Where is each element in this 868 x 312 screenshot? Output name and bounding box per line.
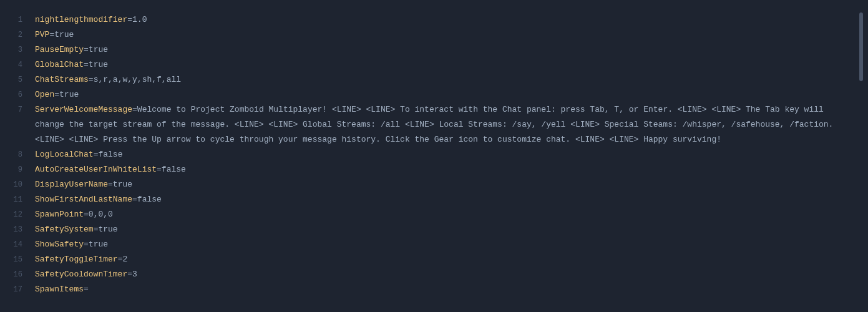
config-key: SafetySystem <box>35 225 94 234</box>
code-line[interactable]: 2PVP=true <box>0 27 859 42</box>
line-number: 13 <box>0 222 35 237</box>
code-line[interactable]: 10DisplayUserName=true <box>0 177 859 192</box>
line-content: ChatStreams=s,r,a,w,y,sh,f,all <box>35 72 859 87</box>
config-key: ShowFirstAndLastName <box>35 195 132 204</box>
equals-sign: = <box>84 60 89 69</box>
line-number: 7 <box>0 102 35 117</box>
code-line[interactable]: 18DefaultPort=16261 <box>0 297 859 300</box>
line-content: SafetyCooldownTimer=3 <box>35 267 859 282</box>
line-number: 3 <box>0 42 35 57</box>
code-editor: 1nightlengthmodifier=1.02PVP=true3PauseE… <box>0 0 868 312</box>
line-content: SafetyToggleTimer=2 <box>35 252 859 267</box>
line-number: 11 <box>0 192 35 207</box>
config-value: 3 <box>132 270 137 279</box>
config-value: true <box>89 45 108 54</box>
line-number: 12 <box>0 207 35 222</box>
code-block[interactable]: 1nightlengthmodifier=1.02PVP=true3PauseE… <box>0 12 868 300</box>
code-line[interactable]: 8LogLocalChat=false <box>0 147 859 162</box>
equals-sign: = <box>132 105 137 114</box>
equals-sign: = <box>54 90 59 99</box>
code-line[interactable]: 4GlobalChat=true <box>0 57 859 72</box>
config-key: PauseEmpty <box>35 45 84 54</box>
line-content: GlobalChat=true <box>35 57 859 72</box>
code-line[interactable]: 6Open=true <box>0 87 859 102</box>
equals-sign: = <box>157 165 162 174</box>
scrollbar-thumb[interactable] <box>859 12 863 81</box>
config-value: false <box>162 165 186 174</box>
line-number: 17 <box>0 282 35 297</box>
config-value: Welcome to Project Zomboid Multiplayer! … <box>35 105 838 144</box>
line-content: Open=true <box>35 87 859 102</box>
line-content: SpawnItems= <box>35 282 859 297</box>
config-key: AutoCreateUserInWhiteList <box>35 165 157 174</box>
equals-sign: = <box>127 15 132 24</box>
line-content: PVP=true <box>35 27 859 42</box>
config-value: 2 <box>122 255 127 264</box>
line-content: DisplayUserName=true <box>35 177 859 192</box>
config-value: true <box>89 240 108 249</box>
line-number: 10 <box>0 177 35 192</box>
code-line[interactable]: 1nightlengthmodifier=1.0 <box>0 12 859 27</box>
line-content: DefaultPort=16261 <box>35 297 859 300</box>
line-content: nightlengthmodifier=1.0 <box>35 12 859 27</box>
line-number: 18 <box>0 297 35 300</box>
line-number: 5 <box>0 72 35 87</box>
config-key: DisplayUserName <box>35 180 108 189</box>
config-key: PVP <box>35 30 49 39</box>
code-line[interactable]: 9AutoCreateUserInWhiteList=false <box>0 162 859 177</box>
code-line[interactable]: 15SafetyToggleTimer=2 <box>0 252 859 267</box>
config-key: SpawnPoint <box>35 210 84 219</box>
line-number: 4 <box>0 57 35 72</box>
config-key: ShowSafety <box>35 240 84 249</box>
line-content: ServerWelcomeMessage=Welcome to Project … <box>35 102 859 147</box>
config-value: false <box>98 150 122 159</box>
code-line[interactable]: 11ShowFirstAndLastName=false <box>0 192 859 207</box>
config-key: GlobalChat <box>35 60 84 69</box>
code-line[interactable]: 3PauseEmpty=true <box>0 42 859 57</box>
config-key: Open <box>35 90 54 99</box>
line-number: 16 <box>0 267 35 282</box>
equals-sign: = <box>127 270 132 279</box>
code-line[interactable]: 7ServerWelcomeMessage=Welcome to Project… <box>0 102 859 147</box>
config-value: true <box>89 60 108 69</box>
equals-sign: = <box>84 210 89 219</box>
line-number: 8 <box>0 147 35 162</box>
config-value: 1.0 <box>132 15 147 24</box>
config-value: true <box>59 90 79 99</box>
config-key: ServerWelcomeMessage <box>35 105 132 114</box>
line-content: ShowSafety=true <box>35 237 859 252</box>
config-key: SpawnItems <box>35 285 84 294</box>
code-line[interactable]: 5ChatStreams=s,r,a,w,y,sh,f,all <box>0 72 859 87</box>
code-line[interactable]: 12SpawnPoint=0,0,0 <box>0 207 859 222</box>
config-value: s,r,a,w,y,sh,f,all <box>94 75 181 84</box>
config-value: 0,0,0 <box>89 210 113 219</box>
config-key: SafetyCooldownTimer <box>35 270 127 279</box>
config-key: ChatStreams <box>35 75 89 84</box>
equals-sign: = <box>84 45 89 54</box>
equals-sign: = <box>132 195 137 204</box>
line-content: SafetySystem=true <box>35 222 859 237</box>
line-content: SpawnPoint=0,0,0 <box>35 207 859 222</box>
line-number: 14 <box>0 237 35 252</box>
line-content: ShowFirstAndLastName=false <box>35 192 859 207</box>
line-number: 1 <box>0 12 35 27</box>
line-number: 15 <box>0 252 35 267</box>
code-line[interactable]: 17SpawnItems= <box>0 282 859 297</box>
equals-sign: = <box>89 75 94 84</box>
line-number: 2 <box>0 27 35 42</box>
code-line[interactable]: 16SafetyCooldownTimer=3 <box>0 267 859 282</box>
line-content: PauseEmpty=true <box>35 42 859 57</box>
equals-sign: = <box>84 240 89 249</box>
code-line[interactable]: 13SafetySystem=true <box>0 222 859 237</box>
config-value: true <box>54 30 74 39</box>
config-value: true <box>113 180 132 189</box>
line-content: LogLocalChat=false <box>35 147 859 162</box>
config-key: nightlengthmodifier <box>35 15 127 24</box>
config-value: true <box>98 225 117 234</box>
code-line[interactable]: 14ShowSafety=true <box>0 237 859 252</box>
config-value: false <box>137 195 162 204</box>
equals-sign: = <box>108 180 113 189</box>
line-number: 6 <box>0 87 35 102</box>
config-key: LogLocalChat <box>35 150 94 159</box>
config-key: SafetyToggleTimer <box>35 255 118 264</box>
